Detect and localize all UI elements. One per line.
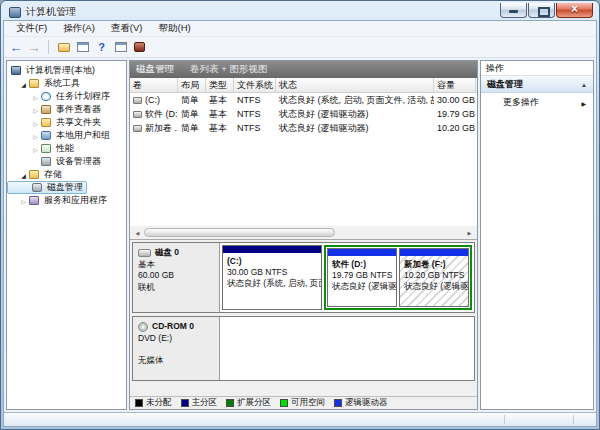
disk-0-label[interactable]: 磁盘 0 基本 60.00 GB 联机 [133, 243, 220, 312]
horizontal-scrollbar[interactable] [130, 226, 477, 239]
scrollbar-thumb[interactable] [144, 228, 335, 237]
menu-view[interactable]: 查看(V) [103, 21, 151, 36]
collapse-arrow-icon[interactable] [31, 92, 40, 102]
volume-icon [133, 125, 142, 132]
volume-table: 卷 布局 类型 文件系统 状态 容量 可 (C:) 简单 基本 NTFS 状态良… [130, 78, 477, 135]
logical-drive-band [328, 249, 396, 256]
legend: 未分配 主分区 扩展分区 可用空间 [130, 396, 477, 409]
collapse-arrow-icon[interactable] [19, 196, 28, 206]
menu-help[interactable]: 帮助(H) [150, 21, 198, 36]
disk-management-pane: 磁盘管理 卷列表 + 图形视图 卷 布局 类型 文件系统 状态 容量 可 (C:… [129, 60, 478, 410]
hard-disk-icon [138, 249, 151, 257]
disk-management-icon [32, 183, 42, 192]
collapse-arrow-icon[interactable] [31, 105, 40, 115]
sidebar-item-disk-management[interactable]: 磁盘管理 [7, 181, 87, 194]
disk-size: 60.00 GB [138, 270, 214, 282]
performance-icon [41, 144, 51, 153]
table-row-c[interactable]: (C:) 简单 基本 NTFS 状态良好 (系统, 启动, 页面文件, 活动, … [130, 93, 477, 107]
column-free[interactable]: 可 [476, 78, 478, 92]
pane-title: 磁盘管理 [136, 63, 174, 76]
collapse-group-icon[interactable] [581, 79, 587, 89]
column-filesystem[interactable]: 文件系统 [234, 78, 276, 92]
legend-extended-partition: 扩展分区 [226, 397, 271, 409]
show-console-tree-icon[interactable] [55, 39, 72, 55]
collapse-arrow-icon[interactable] [31, 131, 40, 141]
services-applications-icon [29, 196, 39, 205]
disk-snapin-icon[interactable] [131, 39, 148, 55]
legend-primary-partition: 主分区 [181, 397, 218, 409]
legend-swatch [181, 399, 189, 407]
system-tools-icon [29, 79, 39, 88]
sidebar-item-task-scheduler[interactable]: 任务计划程序 [7, 90, 126, 103]
computer-icon [11, 66, 21, 75]
sidebar-item-device-manager[interactable]: 设备管理器 [7, 155, 126, 168]
device-manager-icon [41, 157, 51, 166]
menu-file[interactable]: 文件(F) [8, 21, 55, 36]
column-type[interactable]: 类型 [206, 78, 234, 92]
column-capacity[interactable]: 容量 [434, 78, 476, 92]
minimize-button[interactable] [500, 3, 527, 18]
help-icon[interactable] [93, 39, 110, 55]
collapse-arrow-icon[interactable] [31, 144, 40, 154]
more-actions-item[interactable]: 更多操作 [481, 93, 593, 112]
sidebar-item-performance[interactable]: 性能 [7, 142, 126, 155]
extended-partition-frame: 软件 (D:) 19.79 GB NTFS 状态良好 (逻辑驱动器) 新加卷 (… [324, 245, 472, 310]
shared-folders-icon [41, 118, 51, 127]
column-volume[interactable]: 卷 [130, 78, 178, 92]
volume-list-area [130, 135, 477, 239]
cdrom-0-row: CD-ROM 0 DVD (E:) 无媒体 [132, 316, 475, 381]
close-button[interactable] [556, 3, 593, 18]
graphical-view: 磁盘 0 基本 60.00 GB 联机 (C:) 30.00 GB NTFS [130, 239, 477, 409]
sidebar-item-local-users-groups[interactable]: 本地用户和组 [7, 129, 126, 142]
disk-status: 联机 [138, 282, 214, 294]
volume-icon [133, 111, 142, 118]
scroll-left-icon[interactable] [131, 227, 144, 238]
legend-logical-drive: 逻辑驱动器 [334, 397, 388, 409]
disk-type: 基本 [138, 259, 214, 271]
main-content: 计算机管理(本地) 系统工具 任务计划程序 事件查看器 [4, 58, 596, 412]
actions-pane: 操作 磁盘管理 更多操作 [480, 60, 594, 410]
sidebar-item-shared-folders[interactable]: 共享文件夹 [7, 116, 126, 129]
toolbar-separator [48, 40, 49, 54]
volume-table-header: 卷 布局 类型 文件系统 状态 容量 可 [130, 78, 477, 93]
pane-header: 磁盘管理 卷列表 + 图形视图 [130, 61, 477, 78]
table-row-f[interactable]: 新加卷 ... 简单 基本 NTFS 状态良好 (逻辑驱动器) 10.20 GB… [130, 121, 477, 135]
volume-icon [133, 97, 142, 104]
scroll-right-icon[interactable] [463, 227, 476, 238]
partition-c[interactable]: (C:) 30.00 GB NTFS 状态良好 (系统, 启动, 页面文 [222, 245, 322, 310]
disk-0-row: 磁盘 0 基本 60.00 GB 联机 (C:) 30.00 GB NTFS [132, 242, 475, 313]
computer-management-window: 计算机管理 文件(F) 操作(A) 查看(V) 帮助(H) ← → [0, 0, 600, 430]
expand-arrow-icon[interactable] [19, 170, 28, 180]
sidebar-item-event-viewer[interactable]: 事件查看器 [7, 103, 126, 116]
legend-swatch [135, 399, 143, 407]
collapse-arrow-icon[interactable] [31, 118, 40, 128]
partition-d[interactable]: 软件 (D:) 19.79 GB NTFS 状态良好 (逻辑驱动器) [327, 248, 397, 307]
console-window-icon[interactable] [74, 39, 91, 55]
sidebar-item-storage[interactable]: 存储 [7, 168, 126, 181]
task-scheduler-icon [41, 92, 51, 101]
back-icon[interactable]: ← [8, 40, 24, 55]
maximize-button[interactable] [528, 3, 555, 18]
show-action-pane-icon[interactable] [112, 39, 129, 55]
disk-0-partitions: (C:) 30.00 GB NTFS 状态良好 (系统, 启动, 页面文 软件 … [220, 243, 474, 312]
column-status[interactable]: 状态 [276, 78, 434, 92]
cdrom-0-label[interactable]: CD-ROM 0 DVD (E:) 无媒体 [133, 317, 220, 380]
cdrom-status: 无媒体 [138, 355, 214, 367]
actions-group-disk-management[interactable]: 磁盘管理 [481, 76, 593, 93]
status-bar [4, 412, 596, 426]
sidebar-item-computer-management[interactable]: 计算机管理(本地) [7, 64, 126, 77]
storage-icon [29, 170, 39, 179]
sidebar-item-system-tools[interactable]: 系统工具 [7, 77, 126, 90]
forward-icon[interactable]: → [26, 40, 42, 55]
cd-rom-icon [138, 322, 148, 332]
legend-swatch [226, 399, 234, 407]
expand-arrow-icon[interactable] [19, 79, 28, 89]
partition-f-selected[interactable]: 新加卷 (F:) 10.20 GB NTFS 状态良好 (逻辑驱动器) [399, 248, 469, 307]
menu-action[interactable]: 操作(A) [55, 21, 103, 36]
sidebar-item-services-applications[interactable]: 服务和应用程序 [7, 194, 126, 207]
app-icon [9, 7, 21, 18]
console-tree: 计算机管理(本地) 系统工具 任务计划程序 事件查看器 [6, 60, 127, 410]
column-layout[interactable]: 布局 [178, 78, 206, 92]
table-row-d[interactable]: 软件 (D:) 简单 基本 NTFS 状态良好 (逻辑驱动器) 19.79 GB… [130, 107, 477, 121]
legend-free-space: 可用空间 [280, 397, 325, 409]
